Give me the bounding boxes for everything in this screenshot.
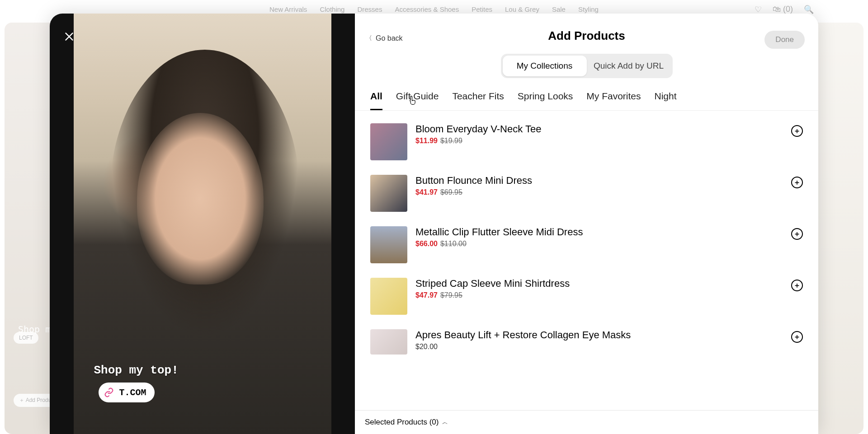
panel-header: 〈 Go back Add Products Done: [355, 14, 818, 51]
tab-quick-add-url[interactable]: Quick Add by URL: [587, 56, 671, 76]
content-panel: 〈 Go back Add Products Done My Collectio…: [355, 14, 818, 434]
link-icon: [103, 387, 115, 398]
product-info: Button Flounce Mini Dress $41.97$69.95: [415, 175, 783, 196]
product-name: Metallic Clip Flutter Sleeve Midi Dress: [415, 226, 783, 238]
product-thumb[interactable]: [370, 278, 407, 315]
product-name: Bloom Everyday V-Neck Tee: [415, 123, 783, 135]
product-row: Apres Beauty Lift + Restore Collagen Eye…: [370, 325, 803, 364]
category-tabs: All Gift Guide Teacher Fits Spring Looks…: [355, 84, 818, 111]
cat-tab-spring-looks[interactable]: Spring Looks: [518, 91, 573, 110]
segmented-control: My Collections Quick Add by URL: [501, 54, 673, 78]
add-products-modal: Shop my top! T.COM 〈 Go back Add Product…: [50, 14, 818, 434]
chevron-up-icon: ︿: [442, 418, 448, 426]
cat-tab-all[interactable]: All: [370, 91, 382, 110]
product-row: Metallic Clip Flutter Sleeve Midi Dress …: [370, 222, 803, 273]
product-info: Apres Beauty Lift + Restore Collagen Eye…: [415, 329, 783, 351]
product-name: Striped Cap Sleeve Mini Shirtdress: [415, 278, 783, 289]
product-thumb[interactable]: [370, 123, 407, 160]
product-list[interactable]: Bloom Everyday V-Neck Tee $11.99$19.99 ＋…: [355, 111, 818, 410]
cat-tab-teacher-fits[interactable]: Teacher Fits: [452, 91, 504, 110]
cat-tab-night[interactable]: Night: [655, 91, 677, 110]
product-name: Button Flounce Mini Dress: [415, 175, 783, 187]
go-back-button[interactable]: 〈 Go back: [366, 34, 403, 42]
product-info: Striped Cap Sleeve Mini Shirtdress $47.9…: [415, 278, 783, 299]
product-thumb[interactable]: [370, 329, 407, 355]
story-video-frame[interactable]: Shop my top! T.COM: [74, 14, 331, 434]
done-button[interactable]: Done: [764, 31, 805, 49]
add-product-button[interactable]: ＋: [791, 280, 803, 291]
product-row: Button Flounce Mini Dress $41.97$69.95 ＋: [370, 170, 803, 222]
add-product-button[interactable]: ＋: [791, 228, 803, 240]
product-price: $11.99$19.99: [415, 137, 783, 145]
video-caption: Shop my top!: [94, 364, 179, 377]
selected-products-bar[interactable]: Selected Products (0) ︿: [355, 410, 818, 434]
page-title: Add Products: [548, 29, 625, 43]
cat-tab-my-favorites[interactable]: My Favorites: [586, 91, 641, 110]
tab-my-collections[interactable]: My Collections: [503, 56, 587, 76]
video-panel: Shop my top! T.COM: [50, 14, 355, 434]
chevron-left-icon: 〈: [366, 34, 372, 42]
product-row: Striped Cap Sleeve Mini Shirtdress $47.9…: [370, 273, 803, 325]
cat-tab-gift-guide[interactable]: Gift Guide: [396, 91, 439, 110]
go-back-label: Go back: [376, 34, 403, 42]
video-link-text: T.COM: [119, 387, 146, 398]
selected-products-label: Selected Products (0): [365, 418, 439, 427]
product-row: Bloom Everyday V-Neck Tee $11.99$19.99 ＋: [370, 119, 803, 170]
product-price: $20.00: [415, 343, 783, 351]
product-info: Metallic Clip Flutter Sleeve Midi Dress …: [415, 226, 783, 248]
product-thumb[interactable]: [370, 226, 407, 263]
portrait-face: [137, 113, 264, 285]
product-price: $47.97$79.95: [415, 291, 783, 299]
product-thumb[interactable]: [370, 175, 407, 212]
add-product-button[interactable]: ＋: [791, 125, 803, 137]
add-product-button[interactable]: ＋: [791, 177, 803, 188]
product-name: Apres Beauty Lift + Restore Collagen Eye…: [415, 329, 783, 341]
video-link-chip[interactable]: T.COM: [99, 383, 155, 402]
add-product-button[interactable]: ＋: [791, 331, 803, 343]
product-info: Bloom Everyday V-Neck Tee $11.99$19.99: [415, 123, 783, 145]
product-price: $66.00$110.00: [415, 240, 783, 248]
close-icon[interactable]: [63, 31, 75, 45]
product-price: $41.97$69.95: [415, 188, 783, 196]
